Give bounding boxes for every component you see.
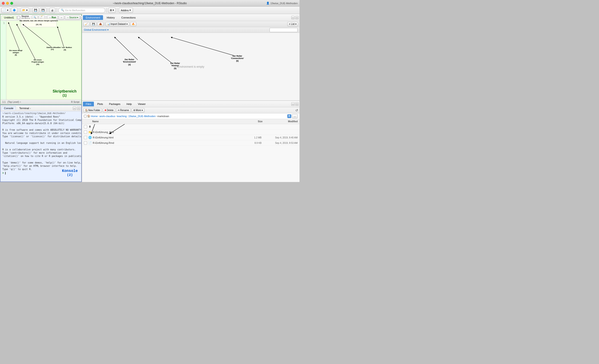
addins-button[interactable]: Addins ▾: [119, 8, 133, 13]
list-view-button[interactable]: ≡ List ▾: [287, 22, 298, 26]
files-tab-bar: Files Plots Packages Help Viewer — □: [82, 101, 300, 107]
goto-file-bar[interactable]: 🔍 Go to file/function: [58, 8, 105, 13]
file-check-folder[interactable]: [84, 131, 87, 134]
toolbar-separator-5: [106, 8, 107, 13]
env-minimize-button[interactable]: —: [291, 16, 295, 19]
console-content[interactable]: ~/work-claudius/teaching/19wise_DUE-Meth…: [0, 111, 81, 182]
editor-tab-untitled[interactable]: Untitled1: [1, 16, 17, 19]
minimize-button[interactable]: [6, 2, 9, 5]
maximize-button[interactable]: [10, 2, 13, 5]
save-env-button[interactable]: 💾: [90, 22, 97, 26]
console-minimize-button[interactable]: —: [73, 107, 76, 110]
file-row-folder[interactable]: 📁 R-Einführung_files: [82, 130, 300, 135]
file-check-html[interactable]: [84, 136, 87, 139]
title-bar: ~/work-claudius/teaching/19wise_DUE-Meth…: [0, 0, 300, 7]
env-view-btns: ≡ List ▾: [287, 22, 298, 26]
files-content: ⬆ .. 📁 R-Einführung_files 🌐: [82, 124, 300, 182]
konsole-num: (2): [62, 173, 78, 177]
save-button[interactable]: 💾: [32, 8, 39, 13]
plots-tab[interactable]: Plots: [94, 102, 106, 106]
viewer-tab[interactable]: Viewer: [135, 102, 149, 106]
toolbar-separator-4: [57, 8, 57, 13]
console-toolbar: Console Terminal × — □: [0, 105, 81, 111]
env-path-bar: Global Environment ▾: [82, 27, 300, 33]
import-dataset-button[interactable]: 📊 Import Dataset ▾: [106, 22, 129, 26]
load-env-button[interactable]: 📥: [97, 22, 104, 26]
global-env-selector[interactable]: Global Environment ▾: [84, 28, 109, 31]
env-maximize-button[interactable]: □: [295, 16, 299, 19]
env-search-input[interactable]: [270, 28, 298, 32]
breadcrumb-19wise[interactable]: 19wise_DUE-Methoden: [128, 115, 156, 118]
run-next-button[interactable]: →: [59, 16, 64, 20]
rename-button[interactable]: ✏ Rename: [116, 108, 131, 112]
open-file-button[interactable]: 📂 ▾: [21, 8, 29, 13]
run-arrow-icon: →: [49, 16, 51, 19]
editor-content: 1: [0, 21, 81, 99]
file-row-rmd[interactable]: 📄 R-Einführung.Rmd 8.9 KB Sep 4, 2019, 9…: [82, 140, 300, 146]
breadcrumb-sep-3: ›: [127, 115, 128, 117]
file-check-rmd[interactable]: [84, 141, 87, 144]
breadcrumb-work-claudius[interactable]: work-claudius: [99, 115, 115, 118]
clear-env-button[interactable]: 🔥: [130, 22, 136, 26]
history-tab[interactable]: History: [104, 15, 118, 20]
breadcrumb-home[interactable]: Home: [91, 115, 98, 118]
new-folder-icon: 🏠: [85, 109, 88, 112]
breadcrumb-teaching[interactable]: teaching: [117, 115, 127, 118]
konsole-label: Konsole (2): [62, 169, 78, 177]
file-row-html[interactable]: 🌐 R-Einführung.html 1.2 MB Sep 4, 2019, …: [82, 135, 300, 140]
more-arrow-icon: ▾: [142, 109, 143, 112]
broom-button[interactable]: 🧹: [83, 22, 89, 26]
help-tab[interactable]: Help: [124, 102, 135, 106]
terminal-tab[interactable]: Terminal ×: [17, 106, 33, 110]
files-more-btn[interactable]: …: [292, 114, 298, 118]
source-on-save-checkbox[interactable]: [17, 16, 20, 19]
more-button[interactable]: ⚙ More ▾: [132, 108, 144, 112]
files-maximize-button[interactable]: □: [295, 102, 299, 106]
source-button[interactable]: → Source ▾: [65, 16, 80, 20]
new-folder-button[interactable]: 🏠 New Folder: [83, 108, 102, 112]
window-title: ~/work-claudius/teaching/19wise_DUE-Meth…: [113, 2, 187, 5]
delete-button[interactable]: ✖ Delete: [103, 108, 115, 112]
print-icon: 🖨: [51, 9, 54, 12]
skriptbereich-label: Skriptbereich (1): [53, 89, 77, 97]
env-panel-btns: — □: [291, 16, 299, 19]
breadcrumb-markdown: markdown: [157, 115, 169, 118]
new-file-button[interactable]: 📄 ▾: [1, 8, 10, 13]
import-icon: 📊: [107, 23, 110, 25]
file-row-parent[interactable]: ⬆ ..: [82, 124, 300, 130]
wand-button[interactable]: 🪄 ▾: [39, 16, 45, 20]
print-button[interactable]: 🖨: [49, 8, 55, 13]
breadcrumb-sep-1: ›: [98, 115, 99, 117]
environment-tab[interactable]: Environment: [83, 15, 103, 20]
packages-tab[interactable]: Packages: [106, 102, 123, 106]
code-area[interactable]: [6, 21, 81, 99]
svg-text:(4): (4): [128, 63, 131, 66]
console-output: R version 3.5.x (date) -- "Appended Rees…: [2, 115, 79, 171]
console-maximize-button[interactable]: □: [77, 107, 80, 110]
refresh-button[interactable]: ↺: [295, 108, 298, 112]
connections-tab[interactable]: Connections: [118, 15, 138, 20]
files-right-btns: R …: [287, 114, 298, 118]
header-name: Name: [92, 120, 244, 123]
search-button[interactable]: 🔍: [32, 16, 38, 20]
env-empty-text: Environment is empty: [177, 65, 204, 68]
line-numbers: 1: [0, 21, 6, 99]
new-project-button[interactable]: 🔷: [11, 8, 18, 13]
ed-separator: [46, 16, 46, 19]
home-icon: 🏠: [87, 115, 90, 118]
console-tab[interactable]: Console: [1, 106, 16, 110]
skriptbereich-text: Skriptbereich: [53, 89, 77, 93]
new-file-icon: 📄: [3, 9, 6, 12]
grid-arrow: ▾: [113, 9, 114, 12]
terminal-close-icon[interactable]: ×: [30, 107, 31, 110]
close-button[interactable]: [2, 2, 5, 5]
select-all-checkbox[interactable]: [84, 115, 87, 118]
grid-view-button[interactable]: ⊞ ▾: [108, 8, 116, 13]
files-tab[interactable]: Files: [83, 102, 94, 106]
run-button[interactable]: → Run: [47, 16, 58, 20]
env-sub-toolbar: 🧹 💾 📥 📊 Import Dataset ▾ 🔥 ≡ List ▾: [82, 21, 300, 27]
files-minimize-button[interactable]: —: [291, 102, 295, 106]
file-check-parent[interactable]: [84, 125, 87, 128]
save-all-button[interactable]: 💾: [40, 8, 46, 13]
svg-text:'Environment': 'Environment': [123, 61, 136, 63]
